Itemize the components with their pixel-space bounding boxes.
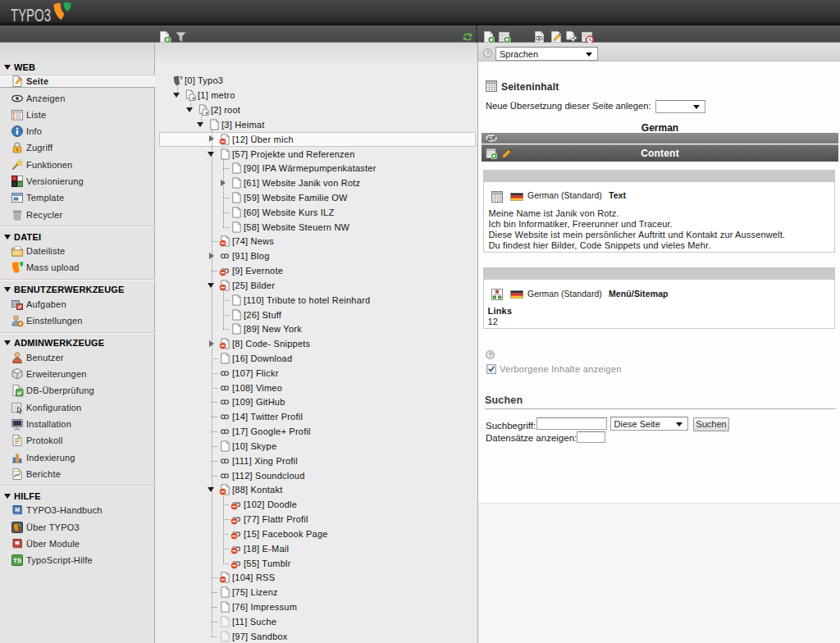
svg-text:?: ? [486,49,490,57]
svg-text:?: ? [488,351,492,358]
svg-text:TS: TS [13,557,22,564]
svg-text:M: M [15,507,20,513]
